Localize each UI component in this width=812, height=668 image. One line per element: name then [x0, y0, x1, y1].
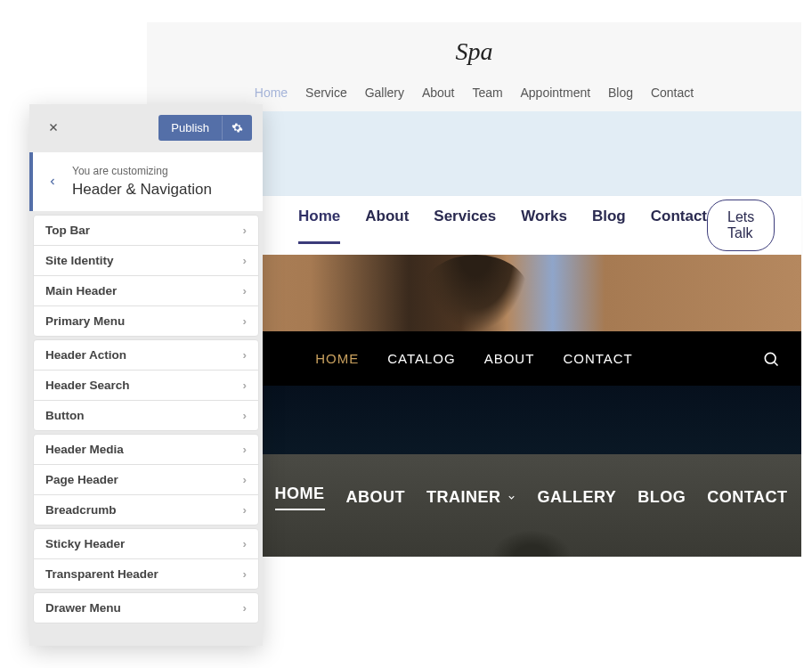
section-transparent-header[interactable]: Transparent Header› [33, 558, 259, 590]
back-button[interactable] [33, 156, 72, 208]
spa-nav-service[interactable]: Service [305, 86, 347, 100]
section-header-media[interactable]: Header Media› [33, 434, 259, 465]
section-label: Header Search [45, 379, 130, 392]
nav3-about[interactable]: ABOUT [484, 351, 535, 366]
chevron-right-icon: › [243, 537, 248, 550]
section-label: Button [45, 409, 84, 422]
chevron-right-icon: › [243, 473, 248, 486]
chevron-right-icon: › [243, 314, 248, 328]
spa-nav-gallery[interactable]: Gallery [365, 86, 404, 100]
chevron-right-icon: › [243, 224, 248, 237]
chevron-right-icon: › [243, 567, 248, 581]
section-main-header[interactable]: Main Header› [33, 275, 259, 306]
section-label: Header Media [45, 443, 124, 456]
nav2-works[interactable]: Works [521, 208, 567, 244]
customizer-subtitle: You are customizing [72, 165, 212, 177]
section-drawer-menu[interactable]: Drawer Menu› [33, 592, 259, 623]
customizer-topbar: Publish [29, 104, 263, 151]
spa-nav-team[interactable]: Team [472, 86, 502, 100]
chevron-right-icon: › [243, 348, 248, 362]
spa-nav-home[interactable]: Home [255, 86, 288, 100]
nav4-gallery[interactable]: GALLERY [538, 488, 617, 507]
chevron-right-icon: › [243, 284, 248, 297]
section-primary-menu[interactable]: Primary Menu› [33, 305, 259, 337]
section-label: Drawer Menu [45, 601, 121, 615]
nav-preview-4: HOME ABOUT TRAINER GALLERY BLOG CONTACT [261, 454, 801, 557]
spa-nav-blog[interactable]: Blog [608, 86, 633, 100]
section-label: Sticky Header [45, 537, 125, 550]
svg-point-0 [765, 353, 775, 363]
section-top-bar[interactable]: Top Bar› [33, 215, 259, 246]
spa-header-preview: Spa Home Service Gallery About Team Appo… [147, 22, 801, 111]
nav4-contact[interactable]: CONTACT [707, 488, 787, 507]
close-button[interactable] [40, 118, 67, 137]
section-label: Header Action [45, 348, 126, 362]
section-label: Page Header [45, 473, 118, 486]
chevron-right-icon: › [243, 601, 248, 615]
customizer-sections: Top Bar› Site Identity› Main Header› Pri… [29, 211, 263, 630]
nav4-trainer-label: TRAINER [426, 488, 501, 507]
section-site-identity[interactable]: Site Identity› [33, 245, 259, 276]
svg-line-1 [775, 362, 778, 365]
section-label: Top Bar [45, 224, 90, 237]
section-label: Main Header [45, 284, 117, 297]
chevron-left-icon [47, 174, 58, 190]
nav2-blog[interactable]: Blog [592, 208, 626, 244]
spa-logo: Spa [147, 22, 801, 66]
gear-icon [231, 122, 243, 134]
publish-settings-button[interactable] [222, 116, 252, 140]
nav4-trainer[interactable]: TRAINER [426, 488, 516, 507]
close-icon [47, 121, 60, 134]
nav4-blog[interactable]: BLOG [637, 488, 686, 507]
section-breadcrumb[interactable]: Breadcrumb› [33, 494, 259, 525]
publish-group: Publish [158, 115, 252, 141]
chevron-right-icon: › [243, 443, 248, 456]
section-header-search[interactable]: Header Search› [33, 370, 259, 401]
spa-nav-appointment[interactable]: Appointment [521, 86, 591, 100]
nav2-home[interactable]: Home [298, 208, 340, 244]
publish-button[interactable]: Publish [158, 115, 222, 141]
chevron-right-icon: › [243, 379, 248, 392]
nav2-about[interactable]: About [365, 208, 409, 244]
customizer-header: You are customizing Header & Navigation [29, 152, 263, 211]
nav3-home[interactable]: HOME [315, 351, 359, 366]
lets-talk-button[interactable]: Lets Talk [707, 200, 775, 251]
chevron-down-icon [507, 493, 516, 502]
section-sticky-header[interactable]: Sticky Header› [33, 528, 259, 559]
nav4-about[interactable]: ABOUT [346, 488, 406, 507]
section-label: Primary Menu [45, 314, 125, 328]
customizer-title: Header & Navigation [72, 181, 212, 199]
nav2-contact[interactable]: Contact [651, 208, 707, 244]
spa-nav-contact[interactable]: Contact [651, 86, 694, 100]
nav3-catalog[interactable]: CATALOG [387, 351, 455, 366]
search-icon[interactable] [762, 350, 780, 368]
nav4-home[interactable]: HOME [275, 485, 325, 510]
chevron-right-icon: › [243, 503, 248, 517]
customizer-panel: Publish You are customizing Header & Nav… [29, 104, 263, 646]
nav2-services[interactable]: Services [434, 208, 496, 244]
chevron-right-icon: › [243, 254, 248, 267]
section-label: Site Identity [45, 254, 114, 267]
section-button[interactable]: Button› [33, 400, 259, 431]
section-label: Transparent Header [45, 567, 158, 581]
spa-nav-about[interactable]: About [422, 86, 455, 100]
section-header-action[interactable]: Header Action› [33, 339, 259, 371]
section-label: Breadcrumb [45, 503, 117, 517]
section-page-header[interactable]: Page Header› [33, 464, 259, 495]
chevron-right-icon: › [243, 409, 248, 422]
nav3-contact[interactable]: CONTACT [563, 351, 632, 366]
spa-nav: Home Service Gallery About Team Appointm… [147, 86, 801, 100]
